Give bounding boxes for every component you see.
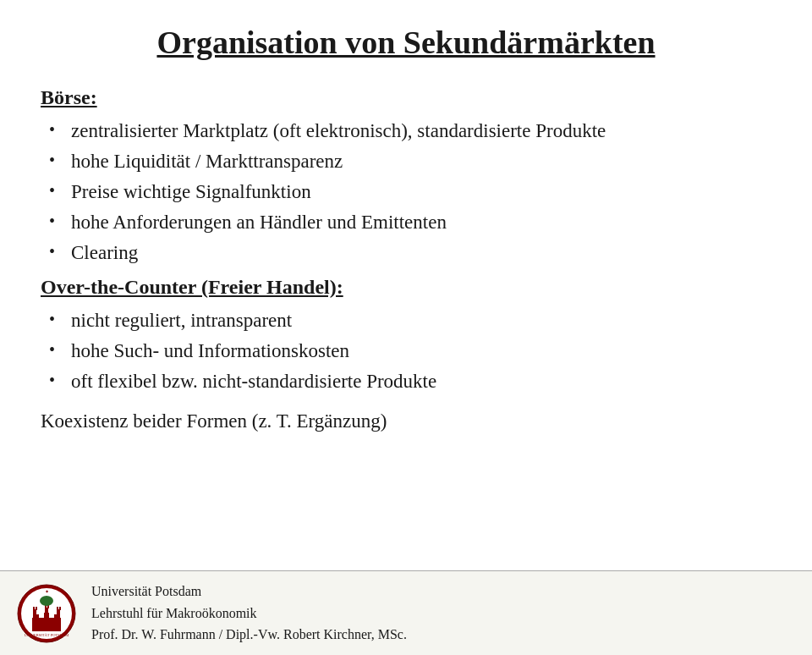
svg-rect-9: [33, 607, 35, 610]
svg-rect-7: [45, 608, 48, 616]
lehrstuhl: Lehrstuhl für Makroökonomik: [91, 603, 407, 625]
otc-heading: Over-the-Counter (Freier Handel):: [41, 276, 771, 299]
list-item: nicht reguliert, intransparent: [41, 307, 771, 334]
otc-section: Over-the-Counter (Freier Handel): nicht …: [41, 276, 771, 396]
svg-rect-8: [57, 609, 60, 618]
prof-name: Prof. Dr. W. Fuhrmann / Dipl.-Vw. Robert…: [91, 624, 407, 646]
footer-text: Universität Potsdam Lehrstuhl für Makroö…: [91, 581, 407, 646]
list-item: Clearing: [41, 239, 771, 267]
list-item: hohe Liquidität / Markttransparenz: [41, 148, 771, 175]
page-title: Organisation von Sekundärmärkten: [41, 24, 771, 63]
svg-rect-6: [33, 609, 36, 618]
list-item: zentralisierter Marktplatz (oft elektron…: [41, 118, 771, 145]
university-logo: UNIVERSITÄT POTSDAM ◆: [17, 584, 76, 643]
footer: UNIVERSITÄT POTSDAM ◆ Universität Potsda…: [0, 570, 812, 655]
otc-bullet-list: nicht reguliert, intransparent hohe Such…: [41, 307, 771, 396]
main-content: Organisation von Sekundärmärkten Börse: …: [0, 0, 812, 449]
boerse-bullet-list: zentralisierter Marktplatz (oft elektron…: [41, 118, 771, 267]
svg-rect-14: [59, 607, 61, 610]
list-item: Preise wichtige Signalfunktion: [41, 179, 771, 206]
boerse-heading: Börse:: [41, 86, 771, 109]
list-item: hohe Such- und Informationskosten: [41, 338, 771, 365]
boerse-section: Börse: zentralisierter Marktplatz (oft e…: [41, 86, 771, 267]
list-item: hohe Anforderungen an Händler und Emitte…: [41, 209, 771, 236]
uni-name: Universität Potsdam: [91, 581, 407, 603]
svg-text:UNIVERSITÄT POTSDAM: UNIVERSITÄT POTSDAM: [25, 633, 69, 637]
list-item: oft flexibel bzw. nicht-standardisierte …: [41, 368, 771, 395]
svg-point-15: [40, 596, 53, 606]
koexistenz-text: Koexistenz beider Formen (z. T. Ergänzun…: [41, 410, 771, 432]
svg-rect-10: [36, 607, 37, 610]
svg-rect-13: [57, 607, 58, 610]
